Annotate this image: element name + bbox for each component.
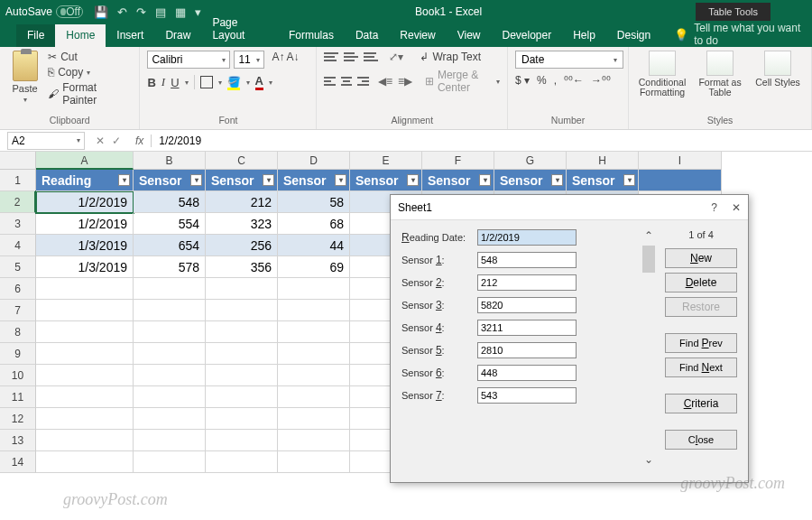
cell[interactable] [36, 386, 134, 408]
cell[interactable] [278, 300, 350, 321]
align-right-button[interactable] [357, 75, 368, 88]
align-bottom-button[interactable] [364, 51, 378, 63]
cell[interactable] [134, 386, 206, 408]
cell[interactable] [278, 408, 350, 430]
cell[interactable] [206, 278, 278, 300]
tab-insert[interactable]: Insert [106, 24, 154, 47]
field-input[interactable] [477, 342, 577, 358]
increase-indent-button[interactable]: ≡▶ [398, 75, 412, 88]
filter-dropdown-icon[interactable]: ▾ [118, 174, 130, 186]
formula-input[interactable]: 1/2/2019 [151, 135, 812, 147]
align-center-button[interactable] [341, 75, 352, 88]
field-input[interactable] [477, 252, 577, 268]
cell[interactable]: 69 [278, 256, 350, 278]
field-input[interactable] [477, 365, 577, 381]
cell[interactable] [278, 430, 350, 451]
filter-dropdown-icon[interactable]: ▾ [623, 174, 635, 186]
close-icon[interactable]: ✕ [732, 201, 741, 214]
column-header[interactable]: C [206, 152, 278, 170]
column-header[interactable]: B [134, 152, 206, 170]
cell[interactable]: 654 [134, 235, 206, 256]
redo-icon[interactable]: ↷ [136, 5, 146, 19]
column-header[interactable]: H [567, 152, 639, 170]
cancel-icon[interactable]: ✕ [96, 135, 105, 147]
cell[interactable]: Sensor 7▾ [567, 170, 639, 191]
row-header[interactable]: 2 [0, 191, 36, 213]
column-header[interactable]: F [422, 152, 494, 170]
cell[interactable]: Reading Date▾ [36, 170, 134, 191]
border-button[interactable] [200, 76, 213, 88]
cell[interactable]: Sensor 6▾ [494, 170, 567, 191]
row-header[interactable]: 9 [0, 343, 36, 365]
field-input[interactable] [477, 297, 577, 313]
fx-icon[interactable]: fx [128, 135, 151, 147]
cell[interactable] [206, 300, 278, 321]
cell[interactable] [134, 451, 206, 473]
orientation-button[interactable]: ⤢▾ [389, 51, 403, 63]
increase-font-icon[interactable]: A↑ [272, 51, 284, 69]
cell[interactable]: Sensor 3▾ [278, 170, 350, 191]
row-header[interactable]: 12 [0, 408, 36, 430]
cell[interactable] [206, 386, 278, 408]
cell[interactable] [278, 365, 350, 386]
decrease-decimal-button[interactable]: →⁰⁰ [591, 74, 611, 87]
save-icon[interactable]: 💾 [94, 5, 108, 19]
cell[interactable] [36, 343, 134, 365]
cell[interactable] [206, 430, 278, 451]
row-header[interactable]: 3 [0, 213, 36, 235]
cell-styles-button[interactable]: Cell Styles [752, 51, 804, 115]
tab-view[interactable]: View [447, 24, 492, 47]
comma-button[interactable]: , [554, 74, 557, 87]
scroll-up-icon[interactable]: ⌃ [644, 229, 653, 242]
align-top-button[interactable] [324, 51, 338, 63]
row-header[interactable]: 5 [0, 256, 36, 278]
cell[interactable] [278, 343, 350, 365]
delete-button[interactable]: Delete [665, 273, 737, 292]
cell[interactable]: 548 [134, 191, 206, 213]
align-middle-button[interactable] [344, 51, 358, 63]
percent-button[interactable]: % [537, 74, 547, 87]
cell[interactable]: 578 [134, 256, 206, 278]
cell[interactable]: 1/3/2019 [36, 256, 134, 278]
align-left-button[interactable] [324, 75, 335, 88]
cell[interactable] [206, 343, 278, 365]
cell[interactable] [36, 430, 134, 451]
copy-button[interactable]: ⎘Copy ▾ [48, 66, 132, 79]
qat-dropdown-icon[interactable]: ▾ [195, 5, 201, 19]
row-header[interactable]: 10 [0, 365, 36, 386]
wrap-text-button[interactable]: ↲Wrap Text [420, 51, 481, 63]
font-color-button[interactable]: A [255, 74, 263, 90]
cell[interactable]: Sensor 1▾ [134, 170, 206, 191]
row-header[interactable]: 4 [0, 235, 36, 256]
help-button[interactable]: ? [711, 201, 717, 214]
cell[interactable]: Sensor 2▾ [206, 170, 278, 191]
increase-decimal-button[interactable]: ⁰⁰← [564, 74, 584, 87]
cell[interactable] [36, 300, 134, 321]
cell[interactable] [639, 170, 722, 191]
underline-button[interactable]: U [171, 76, 179, 89]
cell[interactable] [278, 321, 350, 343]
fill-color-button[interactable]: 🪣 [227, 76, 241, 88]
cell[interactable] [134, 430, 206, 451]
tab-draw[interactable]: Draw [154, 24, 201, 47]
filter-dropdown-icon[interactable]: ▾ [407, 174, 419, 186]
tell-me-search[interactable]: 💡Tell me what you want to do [674, 22, 812, 47]
cell[interactable] [134, 321, 206, 343]
filter-dropdown-icon[interactable]: ▾ [479, 174, 491, 186]
tab-developer[interactable]: Developer [491, 24, 562, 47]
cell[interactable] [278, 386, 350, 408]
restore-button[interactable]: Restore [665, 297, 737, 317]
cell[interactable] [36, 365, 134, 386]
tab-review[interactable]: Review [389, 24, 446, 47]
decrease-indent-button[interactable]: ◀≡ [378, 75, 392, 88]
column-header[interactable]: G [494, 152, 567, 170]
tab-home[interactable]: Home [55, 24, 106, 47]
font-name-select[interactable]: Calibri▾ [147, 51, 230, 69]
tab-design[interactable]: Design [606, 24, 661, 47]
tab-file[interactable]: File [16, 24, 55, 47]
paste-button[interactable]: Paste ▾ [7, 51, 42, 115]
field-input[interactable] [477, 320, 577, 336]
scroll-down-icon[interactable]: ⌄ [644, 453, 653, 466]
cell[interactable]: 1/2/2019 [36, 213, 134, 235]
tab-page-layout[interactable]: Page Layout [201, 12, 278, 47]
